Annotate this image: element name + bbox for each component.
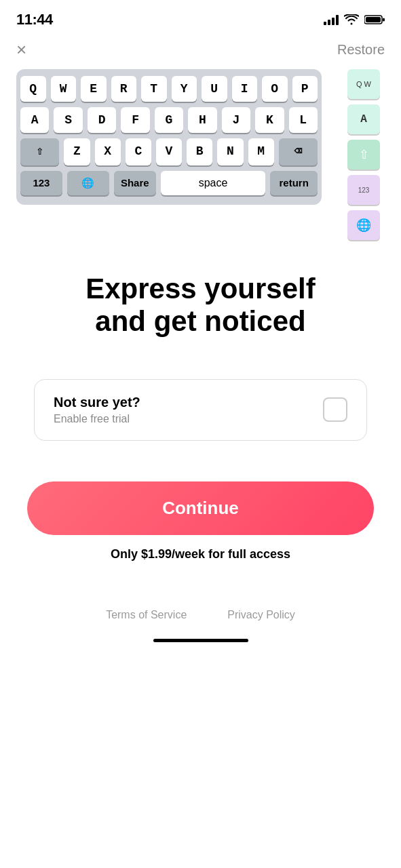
footer-links: Terms of Service Privacy Policy: [0, 595, 401, 628]
headline: Express yourself and get noticed: [27, 273, 374, 338]
key-k[interactable]: K: [255, 107, 284, 133]
key-return[interactable]: return: [270, 171, 318, 195]
key-row-1: Q W E R T Y U I O P: [20, 76, 318, 102]
side-key-globe: 🌐: [347, 210, 380, 240]
key-m[interactable]: M: [248, 138, 274, 165]
status-bar: 11:44: [0, 0, 401, 35]
side-key-a: A: [347, 104, 380, 134]
svg-rect-1: [366, 17, 381, 22]
status-icons: [324, 14, 385, 25]
key-row-4: 123 🌐 Share space return: [20, 171, 318, 195]
pricing-text: Only $1.99/week for full access: [27, 547, 374, 561]
key-b[interactable]: B: [187, 138, 212, 165]
key-y[interactable]: Y: [172, 76, 197, 102]
key-f[interactable]: F: [121, 107, 149, 133]
key-globe[interactable]: 🌐: [67, 171, 109, 195]
key-h[interactable]: H: [188, 107, 216, 133]
key-space[interactable]: space: [161, 171, 266, 195]
keyboard-main: Q W E R T Y U I O P A S D F G H J K L ⇧ …: [16, 69, 322, 205]
side-key-num: 123: [347, 175, 380, 205]
key-n[interactable]: N: [217, 138, 243, 165]
headline-line1: Express yourself: [85, 273, 316, 304]
side-key-shift: ⇧: [347, 140, 380, 170]
key-c[interactable]: C: [126, 138, 151, 165]
key-d[interactable]: D: [88, 107, 116, 133]
home-indicator: [153, 639, 248, 642]
key-row-2: A S D F G H J K L: [20, 107, 318, 133]
key-p[interactable]: P: [292, 76, 318, 102]
key-v[interactable]: V: [156, 138, 182, 165]
key-delete[interactable]: ⌫: [279, 138, 318, 165]
key-share[interactable]: Share: [114, 171, 156, 195]
status-time: 11:44: [16, 11, 53, 28]
top-nav: × Restore: [0, 35, 401, 69]
wifi-icon: [344, 14, 359, 25]
key-t[interactable]: T: [141, 76, 167, 102]
key-shift[interactable]: ⇧: [20, 138, 59, 165]
trial-box: Not sure yet? Enable free trial: [34, 379, 367, 441]
battery-icon: [364, 14, 385, 25]
key-q[interactable]: Q: [20, 76, 46, 102]
restore-button[interactable]: Restore: [337, 42, 385, 58]
trial-subtitle: Enable free trial: [54, 413, 140, 425]
side-key-qw: Q W: [347, 69, 380, 99]
trial-title: Not sure yet?: [54, 395, 140, 410]
key-e[interactable]: E: [81, 76, 107, 102]
key-x[interactable]: X: [95, 138, 121, 165]
trial-text-group: Not sure yet? Enable free trial: [54, 395, 140, 425]
main-content: Express yourself and get noticed Not sur…: [0, 245, 401, 561]
key-a[interactable]: A: [20, 107, 49, 133]
key-j[interactable]: J: [222, 107, 250, 133]
continue-button[interactable]: Continue: [27, 481, 374, 535]
key-r[interactable]: R: [111, 76, 137, 102]
signal-icon: [324, 14, 339, 25]
key-w[interactable]: W: [51, 76, 77, 102]
privacy-policy-link[interactable]: Privacy Policy: [227, 609, 295, 621]
key-i[interactable]: I: [232, 76, 258, 102]
keyboard-side: Q W A ⇧ 123 🌐: [347, 69, 385, 240]
svg-rect-2: [383, 18, 385, 22]
key-g[interactable]: G: [155, 107, 183, 133]
key-o[interactable]: O: [262, 76, 288, 102]
key-u[interactable]: U: [202, 76, 227, 102]
key-123[interactable]: 123: [20, 171, 62, 195]
key-z[interactable]: Z: [64, 138, 90, 165]
key-s[interactable]: S: [54, 107, 82, 133]
key-l[interactable]: L: [289, 107, 318, 133]
key-row-3: ⇧ Z X C V B N M ⌫: [20, 138, 318, 165]
terms-of-service-link[interactable]: Terms of Service: [106, 609, 187, 621]
headline-line2: and get noticed: [95, 305, 305, 337]
close-button[interactable]: ×: [16, 41, 26, 58]
free-trial-checkbox[interactable]: [323, 397, 347, 422]
keyboard-area: Q W E R T Y U I O P A S D F G H J K L ⇧ …: [16, 69, 385, 245]
